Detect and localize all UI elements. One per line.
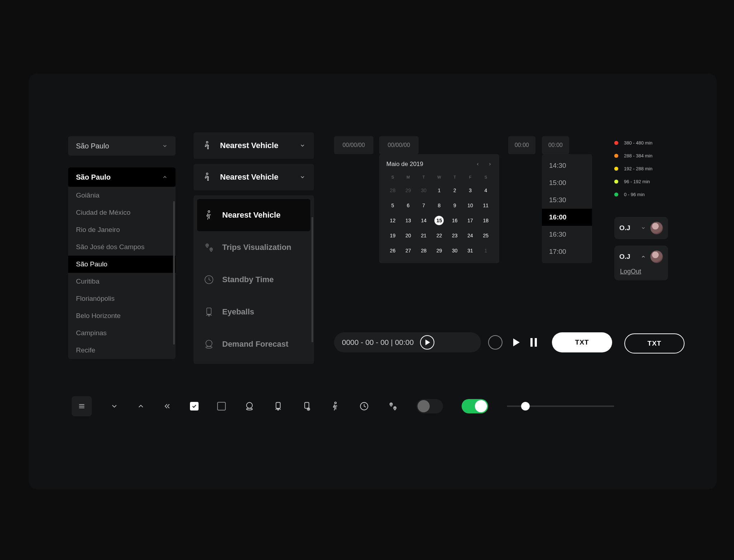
calendar-day[interactable]: 27: [400, 243, 416, 258]
city-option[interactable]: São José dos Campos: [68, 238, 176, 256]
calendar-day[interactable]: 7: [416, 198, 432, 213]
eye-icon[interactable]: [273, 401, 283, 411]
checkbox-unchecked[interactable]: [217, 402, 226, 410]
time-option[interactable]: 16:00: [542, 209, 592, 226]
calendar-day[interactable]: 17: [462, 213, 478, 228]
play-icon-free[interactable]: [513, 338, 520, 346]
svg-point-16: [277, 409, 279, 410]
calendar-day[interactable]: 26: [385, 243, 400, 258]
calendar-day[interactable]: 2: [447, 183, 462, 198]
calendar-day[interactable]: 12: [385, 213, 400, 228]
calendar-day[interactable]: 30: [416, 183, 432, 198]
calendar-day[interactable]: 8: [432, 198, 447, 213]
calendar-day[interactable]: 5: [385, 198, 400, 213]
calendar-day[interactable]: 4: [478, 183, 494, 198]
user-menu-panel[interactable]: O.J LogOut: [614, 246, 668, 280]
metric-option[interactable]: Eyeballs: [197, 296, 310, 328]
city-select-closed[interactable]: São Paulo: [68, 136, 176, 156]
time-option[interactable]: 14:30: [542, 157, 592, 174]
calendar-day[interactable]: 25: [478, 228, 494, 243]
calendar-day[interactable]: 24: [462, 228, 478, 243]
calendar-day[interactable]: 28: [385, 183, 400, 198]
calendar-day[interactable]: 23: [447, 228, 462, 243]
walk-icon[interactable]: [330, 401, 340, 411]
city-dropdown[interactable]: GoiâniaCiudad de MéxicoRio de JaneiroSão…: [68, 187, 176, 359]
calendar-day[interactable]: 31: [462, 243, 478, 258]
calendar-day[interactable]: 11: [478, 198, 494, 213]
calendar[interactable]: Maio de 2019 SMTWTFS28293012345678910111…: [379, 154, 499, 263]
metric-option[interactable]: Trips Visualization: [197, 231, 310, 264]
calendar-prev-icon[interactable]: [476, 162, 480, 166]
city-option[interactable]: Rio de Janeiro: [68, 221, 176, 238]
txt-button-outline[interactable]: TXT: [624, 333, 685, 353]
route-icon[interactable]: [388, 401, 398, 411]
svg-rect-15: [276, 403, 280, 408]
chevron-down-icon[interactable]: [110, 402, 118, 410]
city-option[interactable]: Florianópolis: [68, 290, 176, 307]
calendar-day[interactable]: 30: [447, 243, 462, 258]
city-select-open[interactable]: São Paulo: [68, 167, 176, 187]
calendar-day[interactable]: 20: [400, 228, 416, 243]
svg-point-14: [247, 408, 252, 410]
metric-option[interactable]: Standby Time: [197, 264, 310, 296]
city-option[interactable]: Ciudad de México: [68, 204, 176, 221]
metric-option[interactable]: Demand Forecast: [197, 328, 310, 360]
toggle-on[interactable]: [462, 399, 488, 413]
city-option[interactable]: Belo Horizonte: [68, 307, 176, 324]
slider-handle[interactable]: [521, 402, 530, 410]
chevron-up-icon[interactable]: [137, 402, 145, 410]
calendar-day[interactable]: 3: [462, 183, 478, 198]
calendar-day[interactable]: 16: [447, 213, 462, 228]
logout-link[interactable]: LogOut: [619, 268, 663, 275]
time-option[interactable]: 16:30: [542, 226, 592, 243]
calendar-day[interactable]: 1: [432, 183, 447, 198]
metric-select-closed-1[interactable]: Nearest Vehicle: [194, 132, 314, 159]
avatar: [650, 250, 663, 263]
loop-button[interactable]: [488, 335, 502, 350]
calendar-day[interactable]: 10: [462, 198, 478, 213]
city-option[interactable]: São Paulo: [68, 256, 176, 273]
time-field-2[interactable]: 00:00: [542, 136, 569, 154]
clock-icon[interactable]: [359, 401, 369, 411]
metric-select-closed-2[interactable]: Nearest Vehicle: [194, 164, 314, 190]
metric-dropdown-panel[interactable]: Nearest VehicleTrips VisualizationStandb…: [194, 195, 314, 364]
metric-option[interactable]: Nearest Vehicle: [197, 199, 310, 231]
city-option[interactable]: Recife: [68, 342, 176, 359]
legend: 380 - 480 min288 - 384 min192 - 288 min9…: [614, 136, 668, 201]
txt-button-solid[interactable]: TXT: [552, 332, 612, 352]
calendar-day[interactable]: 1: [478, 243, 494, 258]
calendar-day[interactable]: 29: [432, 243, 447, 258]
calendar-day[interactable]: 21: [416, 228, 432, 243]
calendar-day[interactable]: 13: [400, 213, 416, 228]
trips-icon[interactable]: [302, 401, 312, 411]
play-button[interactable]: [420, 335, 434, 350]
time-field-1[interactable]: 00:00: [508, 136, 535, 154]
city-option[interactable]: Curitiba: [68, 273, 176, 290]
hamburger-button[interactable]: [72, 396, 92, 416]
date-field-2[interactable]: 00/00/00: [379, 136, 419, 154]
calendar-next-icon[interactable]: [488, 162, 492, 166]
calendar-day[interactable]: 18: [478, 213, 494, 228]
calendar-day[interactable]: 28: [416, 243, 432, 258]
calendar-day[interactable]: 6: [400, 198, 416, 213]
checkbox-checked[interactable]: [190, 402, 199, 410]
calendar-day[interactable]: 22: [432, 228, 447, 243]
city-option[interactable]: Goiânia: [68, 187, 176, 204]
calendar-day[interactable]: 15: [432, 213, 447, 228]
chevron-double-left-icon[interactable]: [163, 402, 171, 410]
forecast-icon[interactable]: [244, 401, 254, 411]
time-option[interactable]: 17:00: [542, 243, 592, 260]
date-field-1[interactable]: 00/00/00: [334, 136, 373, 154]
pause-button[interactable]: [530, 338, 537, 347]
user-chip[interactable]: O.J: [614, 217, 668, 239]
calendar-day[interactable]: 9: [447, 198, 462, 213]
calendar-day[interactable]: 29: [400, 183, 416, 198]
slider[interactable]: [507, 405, 614, 407]
calendar-day[interactable]: 19: [385, 228, 400, 243]
calendar-day[interactable]: 14: [416, 213, 432, 228]
city-option[interactable]: Campinas: [68, 324, 176, 342]
toggle-off[interactable]: [416, 399, 443, 413]
time-scroller[interactable]: 14:3015:0015:3016:0016:3017:00: [542, 154, 592, 263]
time-option[interactable]: 15:30: [542, 191, 592, 209]
time-option[interactable]: 15:00: [542, 174, 592, 191]
